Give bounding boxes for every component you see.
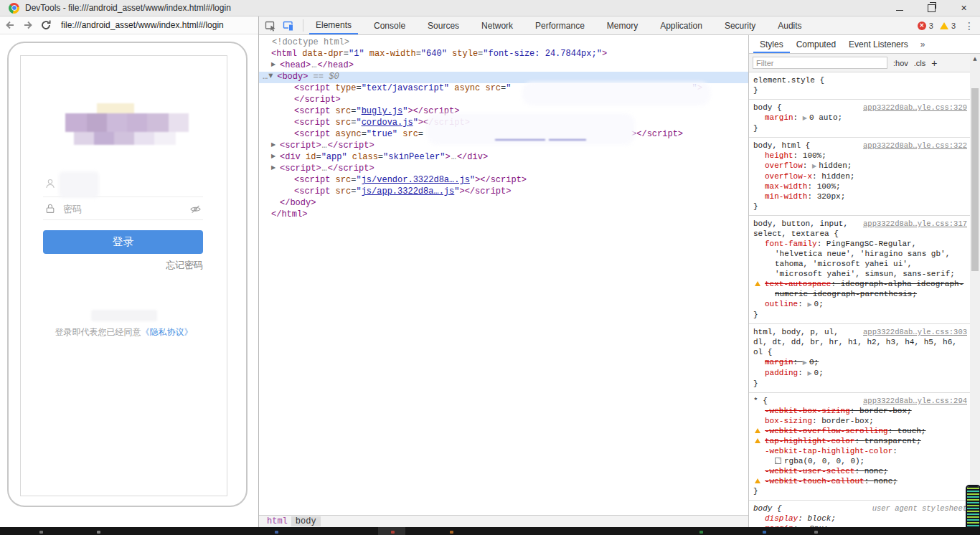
warning-badge-icon[interactable] bbox=[940, 22, 948, 29]
back-icon[interactable] bbox=[4, 19, 16, 31]
minimize-button[interactable] bbox=[883, 0, 915, 16]
tab-console[interactable]: Console bbox=[367, 16, 412, 34]
color-swatch[interactable] bbox=[775, 458, 781, 464]
css-selector[interactable]: } bbox=[753, 123, 758, 133]
toggle-class-button[interactable]: .cls bbox=[914, 59, 926, 67]
devtools-menu-icon[interactable]: ⋮ bbox=[964, 20, 974, 32]
dom-node-line[interactable]: ▶<script>…</script> bbox=[259, 164, 748, 175]
tab-sources[interactable]: Sources bbox=[421, 16, 466, 34]
new-style-rule-button[interactable]: + bbox=[931, 58, 937, 68]
css-selector[interactable]: dl, dt, dd, br, hr, h1, h2, h3, h4, h5, … bbox=[753, 337, 957, 347]
styles-filter-input[interactable] bbox=[753, 57, 887, 69]
css-property[interactable]: height: 100%; bbox=[753, 151, 967, 161]
stylesheet-link[interactable]: app3322d8ab…yle.css:294 bbox=[863, 396, 967, 406]
css-property[interactable]: margin: ▶0 auto; bbox=[753, 113, 967, 123]
tab-audits[interactable]: Audits bbox=[771, 16, 808, 34]
stylesheet-link[interactable]: app3322d8ab…yle.css:317 bbox=[863, 219, 967, 229]
scroll-up-icon[interactable]: ▲ bbox=[970, 54, 980, 64]
username-field[interactable] bbox=[43, 174, 203, 197]
css-property[interactable]: padding: ▶0; bbox=[753, 368, 967, 379]
reload-icon[interactable] bbox=[40, 19, 52, 31]
css-selector[interactable]: body, html { bbox=[753, 141, 810, 151]
close-button[interactable]: × bbox=[948, 0, 980, 16]
sidebar-tab-styles[interactable]: Styles bbox=[753, 35, 790, 53]
scrollbar-thumb[interactable] bbox=[971, 88, 979, 271]
css-property[interactable]: -webkit-user-select: none; bbox=[753, 466, 967, 476]
error-badge-icon[interactable]: ✕ bbox=[918, 22, 926, 30]
privacy-policy-link[interactable]: 《隐私协议》 bbox=[141, 327, 193, 337]
tab-network[interactable]: Network bbox=[475, 16, 519, 34]
stylesheet-link[interactable]: app3322d8ab…yle.css:322 bbox=[863, 141, 967, 151]
stylesheet-link[interactable]: app3322d8ab…yle.css:303 bbox=[863, 327, 967, 337]
toggle-device-toolbar-icon[interactable] bbox=[283, 20, 294, 32]
sidebar-tab-event-listeners[interactable]: Event Listeners bbox=[842, 35, 915, 53]
css-property[interactable]: -webkit-touch-callout: none; bbox=[753, 476, 967, 486]
css-property[interactable]: 'microsoft yahei', simsun, sans-serif; bbox=[753, 269, 967, 279]
css-selector[interactable]: body { bbox=[753, 503, 782, 513]
css-selector[interactable]: } bbox=[753, 310, 758, 320]
tab-memory[interactable]: Memory bbox=[600, 16, 644, 34]
css-property[interactable]: max-width: 100%; bbox=[753, 181, 967, 191]
breadcrumb-item-html[interactable]: html bbox=[263, 516, 291, 526]
css-property[interactable]: outline: ▶0; bbox=[753, 299, 967, 310]
css-property[interactable]: rgba(0, 0, 0, 0); bbox=[753, 456, 967, 466]
login-button[interactable]: 登录 bbox=[43, 230, 203, 254]
breadcrumb-item-body[interactable]: body bbox=[291, 516, 321, 526]
sidebar-tabs-overflow-icon[interactable]: » bbox=[915, 35, 931, 53]
warning-count[interactable]: 3 bbox=[951, 22, 956, 30]
dom-node-line[interactable]: ▶<div id="app" class="skinPeeler">…</div… bbox=[259, 152, 748, 164]
url-text[interactable]: file:///android_asset/www/index.html#/lo… bbox=[61, 20, 224, 30]
css-property[interactable]: -webkit-box-sizing: border-box; bbox=[753, 406, 967, 416]
css-property[interactable]: margin: ▶0; bbox=[753, 357, 967, 368]
error-count[interactable]: 3 bbox=[929, 22, 933, 30]
css-selector[interactable]: select, textarea { bbox=[753, 229, 839, 239]
css-property[interactable]: tahoma, 'microsoft yahei ui', bbox=[753, 259, 967, 269]
css-property[interactable]: 'helvetica neue', 'hiragino sans gb', bbox=[753, 249, 967, 259]
dom-node-line[interactable]: ▶<head>…</head> bbox=[259, 60, 748, 72]
styles-scrollbar[interactable]: ▲ bbox=[970, 54, 980, 527]
tab-application[interactable]: Application bbox=[654, 16, 709, 34]
tab-elements[interactable]: Elements bbox=[309, 16, 358, 34]
toggle-hover-state-button[interactable]: :hov bbox=[893, 59, 908, 67]
sidebar-tab-computed[interactable]: Computed bbox=[790, 35, 842, 53]
tab-performance[interactable]: Performance bbox=[529, 16, 591, 34]
twisty-icon[interactable]: ▶ bbox=[271, 153, 280, 159]
dom-node-line[interactable]: <!doctype html> bbox=[259, 37, 748, 49]
twisty-icon[interactable]: ▶ bbox=[271, 61, 280, 67]
css-selector[interactable]: html, body, p, ul, bbox=[753, 327, 839, 337]
css-selector[interactable]: } bbox=[753, 85, 758, 95]
css-property[interactable]: min-width: 320px; bbox=[753, 191, 967, 202]
forward-icon[interactable] bbox=[22, 19, 34, 31]
css-property[interactable]: -webkit-overflow-scrolling: touch; bbox=[753, 426, 967, 436]
twisty-icon[interactable]: ▼ bbox=[268, 72, 277, 79]
css-selector[interactable]: ol { bbox=[753, 347, 772, 357]
css-selector[interactable]: } bbox=[753, 486, 758, 496]
stylesheet-link[interactable]: user agent stylesheet bbox=[872, 503, 967, 513]
css-selector[interactable]: body, button, input, bbox=[753, 219, 848, 229]
css-property[interactable]: tap-highlight-color: transparent; bbox=[753, 436, 967, 446]
restore-button[interactable] bbox=[915, 0, 948, 16]
css-selector[interactable]: } bbox=[753, 202, 758, 212]
css-selector[interactable]: } bbox=[753, 379, 758, 389]
css-selector[interactable]: element.style { bbox=[753, 75, 824, 85]
twisty-icon[interactable]: ▶ bbox=[271, 164, 280, 171]
twisty-icon[interactable]: ▶ bbox=[271, 141, 280, 148]
css-property[interactable]: box-sizing: border-box; bbox=[753, 416, 967, 426]
css-property[interactable]: overflow-x: hidden; bbox=[753, 171, 967, 181]
forgot-password-link[interactable]: 忘记密码 bbox=[166, 259, 203, 272]
dom-node-line[interactable]: </html> bbox=[259, 209, 748, 221]
dom-node-line[interactable]: <script src="js/vendor.3322d8a….js"></sc… bbox=[259, 175, 748, 186]
css-selector[interactable]: * { bbox=[753, 396, 768, 406]
css-property[interactable]: numeric ideograph-parenthesis; bbox=[753, 289, 967, 299]
inspect-element-icon[interactable] bbox=[265, 20, 276, 32]
css-selector[interactable]: body { bbox=[753, 103, 782, 113]
css-property[interactable]: text-autospace: ideograph-alpha ideograp… bbox=[753, 279, 967, 289]
tab-security[interactable]: Security bbox=[718, 16, 762, 34]
css-property[interactable]: -webkit-tap-highlight-color: bbox=[753, 446, 967, 456]
dom-node-line[interactable]: <script src="js/app.3322d8a….js"></scrip… bbox=[259, 186, 748, 198]
password-field[interactable]: 密码 bbox=[43, 199, 203, 220]
toggle-password-visibility-icon[interactable] bbox=[189, 203, 202, 215]
stylesheet-link[interactable]: app3322d8ab…yle.css:329 bbox=[863, 103, 967, 113]
css-property[interactable]: font-family: PingFangSC-Regular, bbox=[753, 239, 967, 249]
css-property[interactable]: overflow: ▶hidden; bbox=[753, 161, 967, 171]
